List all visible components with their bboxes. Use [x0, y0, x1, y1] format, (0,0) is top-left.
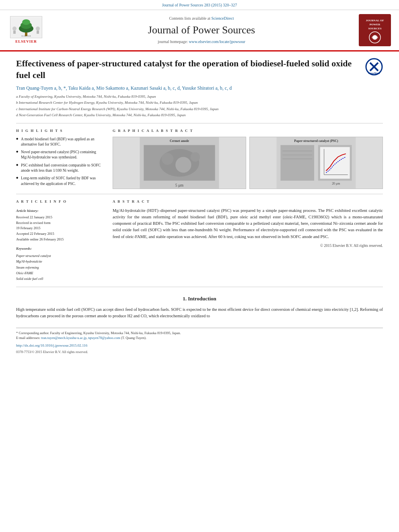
abstract-heading: A B S T R A C T	[113, 199, 383, 204]
svg-point-15	[373, 35, 377, 39]
doi-url[interactable]: http://dx.doi.org/10.1016/j.jpowsour.201…	[16, 343, 87, 347]
introduction-text: High temperature solid oxide fuel cell (…	[16, 306, 383, 320]
keyword-2: Mg/Al-hydrotalcite	[16, 259, 105, 264]
svg-text:ELSEVIER: ELSEVIER	[21, 35, 31, 37]
abstract-text: Mg/Al-hydrotalcite (HDT)–dispersed paper…	[113, 207, 383, 240]
received-date: Received 22 January 2015	[16, 215, 105, 220]
copyright-notice: © 2015 Elsevier B.V. All rights reserved…	[113, 243, 383, 249]
graphical-abstract-heading: G R A P H I C A L A B S T R A C T	[113, 128, 383, 134]
email-label: E-mail addresses:	[16, 336, 40, 340]
svg-text:JOURNAL OF: JOURNAL OF	[366, 19, 384, 22]
keyword-4: Oleic-FAME	[16, 270, 105, 276]
affiliation-a: a Faculty of Engineering, Kyushu Univers…	[16, 94, 383, 100]
svg-text:5 μm: 5 μm	[175, 183, 184, 187]
accepted-date: Accepted 22 February 2015	[16, 231, 105, 237]
graphical-abstract-image-2: Paper-structured catalyst (PSC)	[249, 137, 383, 189]
journal-homepage-line: journal homepage: www.elsevier.com/locat…	[48, 39, 355, 45]
graphical-abstract-column: G R A P H I C A L A B S T R A C T Cermet…	[113, 128, 383, 189]
science-direct-link[interactable]: ScienceDirect	[211, 16, 234, 21]
highlight-item-2: Novel paper-structured catalyst (PSC) co…	[16, 150, 105, 160]
keyword-3: Steam reforming	[16, 265, 105, 270]
corresponding-author: * Corresponding author. Faculty of Engin…	[16, 331, 383, 336]
journal-reference-bar: Journal of Power Sources 283 (2015) 320–…	[0, 0, 399, 10]
affiliation-d: d Next-Generation Fuel Cell Research Cen…	[16, 113, 383, 118]
svg-point-24	[175, 157, 191, 173]
article-info-heading: A R T I C L E I N F O	[16, 199, 105, 204]
svg-rect-7	[13, 31, 16, 34]
keyword-5: Solid oxide fuel cell	[16, 276, 105, 281]
svg-point-5	[12, 27, 16, 31]
journal-ref-text: Journal of Power Sources 283 (2015) 320–…	[162, 3, 237, 7]
email-suffix: (T. Quang-Tuyen).	[121, 336, 147, 340]
affiliation-c: c International Institute for Carbon-Neu…	[16, 107, 383, 112]
svg-point-23	[162, 153, 174, 165]
svg-rect-33	[320, 147, 350, 179]
contents-availability: Contents lists available at ScienceDirec…	[48, 16, 355, 21]
footnote-section: * Corresponding author. Faculty of Engin…	[16, 328, 383, 355]
svg-point-6	[36, 27, 40, 31]
highlight-item-1: A model biodiesel fuel (BDF) was applied…	[16, 137, 105, 148]
paper-title-text: Effectiveness of paper-structured cataly…	[16, 58, 361, 81]
article-history: Article history: Received 22 January 201…	[16, 208, 105, 242]
abstract-column: A B S T R A C T Mg/Al-hydrotalcite (HDT)…	[113, 199, 383, 282]
affiliations-block: a Faculty of Engineering, Kyushu Univers…	[16, 94, 383, 118]
journal-title-text: Journal of Power Sources	[48, 23, 355, 37]
email-link-1[interactable]: tran.tuyen@mech.kyushu-u.ac.jp	[41, 336, 86, 340]
keywords-list: Paper-structured catalyst Mg/Al-hydrotal…	[16, 253, 105, 282]
svg-rect-8	[37, 31, 39, 34]
introduction-heading: 1. Introduction	[16, 295, 383, 302]
highlights-heading: H I G H L I G H T S	[16, 128, 105, 134]
divider-1	[16, 123, 383, 123]
journal-logo-right: JOURNAL OF POWER SOURCES	[359, 14, 391, 46]
received-revised-label: Received in revised form	[16, 220, 105, 226]
svg-point-4	[22, 19, 30, 25]
journal-header: ELSEVIER ELSEVIER Contents lists availab…	[0, 10, 399, 51]
svg-text:SOURCES: SOURCES	[368, 27, 381, 30]
doi-link: http://dx.doi.org/10.1016/j.jpowsour.201…	[16, 343, 383, 349]
paper-title-section: Effectiveness of paper-structured cataly…	[16, 58, 383, 81]
authors-line: Tran Quang-Tuyen a, b, *, Taku Kaida a, …	[16, 85, 383, 92]
revised-date: 19 February 2015	[16, 226, 105, 231]
svg-rect-28	[280, 145, 314, 181]
svg-point-25	[191, 152, 200, 162]
crossmark-badge: CrossMark	[365, 58, 383, 76]
affiliation-b: b International Research Center for Hydr…	[16, 100, 383, 106]
email-addresses: E-mail addresses: tran.tuyen@mech.kyushu…	[16, 335, 383, 341]
highlight-item-3: PSC exhibited fuel conversion comparable…	[16, 163, 105, 174]
main-content: Effectiveness of paper-structured cataly…	[0, 51, 399, 361]
highlights-list: A model biodiesel fuel (BDF) was applied…	[16, 137, 105, 187]
svg-text:20 μm: 20 μm	[332, 182, 340, 185]
elsevier-tree-image: ELSEVIER	[10, 16, 42, 38]
divider-2	[16, 194, 383, 194]
svg-text:CrossMark: CrossMark	[368, 72, 380, 74]
email-link-2[interactable]: tqtuyen78@yahoo.com	[88, 336, 120, 340]
journal-center-info: Contents lists available at ScienceDirec…	[48, 16, 355, 45]
highlights-column: H I G H L I G H T S A model biodiesel fu…	[16, 128, 105, 189]
introduction-section: 1. Introduction High temperature solid o…	[16, 295, 383, 320]
graphical-abstract-image-1: Cermet anode 5 μm	[113, 137, 246, 189]
keyword-1: Paper-structured catalyst	[16, 253, 105, 259]
ga-label-2: Paper-structured catalyst (PSC)	[250, 139, 383, 143]
homepage-url[interactable]: www.elsevier.com/locate/jpowsour	[189, 39, 245, 44]
graphical-abstract-images: Cermet anode 5 μm Paper-structured catal…	[113, 137, 383, 189]
article-info-column: A R T I C L E I N F O Article history: R…	[16, 199, 105, 282]
keywords-section: Keywords: Paper-structured catalyst Mg/A…	[16, 246, 105, 282]
issn-line: 0378-7753/© 2015 Elsevier B.V. All right…	[16, 349, 383, 355]
divider-3	[16, 287, 383, 287]
elsevier-brand-text: ELSEVIER	[15, 39, 37, 44]
highlight-item-4: Long-term stability of SOFC fueled by BD…	[16, 176, 105, 187]
article-info-abstract-row: A R T I C L E I N F O Article history: R…	[16, 199, 383, 282]
keywords-label: Keywords:	[16, 246, 105, 251]
ga-label-1: Cermet anode	[113, 139, 246, 143]
available-date: Available online 26 February 2015	[16, 237, 105, 242]
article-history-label: Article history:	[16, 208, 105, 214]
highlights-graphical-row: H I G H L I G H T S A model biodiesel fu…	[16, 128, 383, 189]
elsevier-logo: ELSEVIER ELSEVIER	[8, 16, 44, 44]
svg-text:POWER: POWER	[370, 23, 380, 26]
